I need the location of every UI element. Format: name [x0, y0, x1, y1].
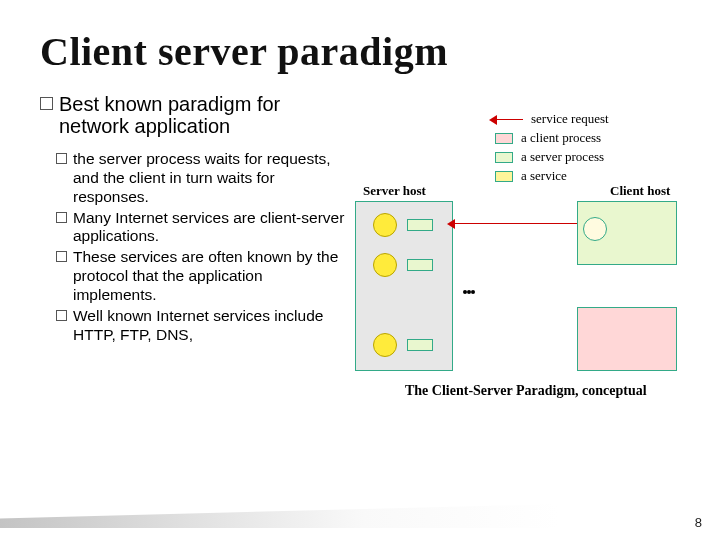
text-column: Best known paradigm for network applicat…	[40, 93, 345, 391]
square-bullet-icon	[56, 251, 67, 262]
client-server-diagram: service request a client process a serve…	[355, 111, 685, 391]
square-bullet-icon	[40, 97, 53, 110]
lead-bullet: Best known paradigm for network applicat…	[40, 93, 345, 138]
list-item: These services are often known by the pr…	[56, 248, 345, 305]
legend-label: a client process	[521, 130, 601, 146]
slide: Client server paradigm Best known paradi…	[0, 0, 720, 540]
list-item: Many Internet services are client-server…	[56, 209, 345, 247]
list-item: Well known Internet services include HTT…	[56, 307, 345, 345]
diagram-column: service request a client process a serve…	[355, 93, 685, 391]
legend-label: a service	[521, 168, 567, 184]
server-host-box	[355, 201, 453, 371]
bullet-list: the server process waits for requests, a…	[40, 150, 345, 345]
square-bullet-icon	[56, 310, 67, 321]
legend-row-request: service request	[495, 111, 609, 127]
client-process-icon	[583, 217, 607, 241]
page-title: Client server paradigm	[40, 28, 690, 75]
square-bullet-icon	[56, 212, 67, 223]
legend-swatch-icon	[495, 152, 513, 163]
list-item: the server process waits for requests, a…	[56, 150, 345, 207]
server-process-icon	[373, 253, 397, 277]
bullet-text: Many Internet services are client-server…	[73, 209, 345, 247]
server-process-icon	[373, 213, 397, 237]
legend-row-server: a server process	[495, 149, 609, 165]
client-host-label: Client host	[610, 183, 670, 199]
request-arrow-icon	[453, 223, 577, 224]
content-row: Best known paradigm for network applicat…	[40, 93, 690, 391]
legend-row-service: a service	[495, 168, 609, 184]
bullet-text: Well known Internet services include HTT…	[73, 307, 345, 345]
legend-label: service request	[531, 111, 609, 127]
legend: service request a client process a serve…	[495, 111, 609, 187]
service-icon	[407, 259, 433, 271]
server-process-icon	[373, 333, 397, 357]
service-icon	[407, 219, 433, 231]
server-host-label: Server host	[363, 183, 426, 199]
legend-label: a server process	[521, 149, 604, 165]
legend-row-client: a client process	[495, 130, 609, 146]
square-bullet-icon	[56, 153, 67, 164]
page-number: 8	[695, 515, 702, 530]
ellipsis-icon	[463, 287, 475, 297]
decorative-wedge	[0, 504, 560, 528]
bullet-text: These services are often known by the pr…	[73, 248, 345, 305]
client-host-box	[577, 307, 677, 371]
lead-text: Best known paradigm for network applicat…	[59, 93, 345, 138]
diagram-caption: The Client-Server Paradigm, conceptual	[405, 383, 647, 399]
service-icon	[407, 339, 433, 351]
legend-swatch-icon	[495, 171, 513, 182]
arrow-left-icon	[495, 119, 523, 120]
legend-swatch-icon	[495, 133, 513, 144]
bullet-text: the server process waits for requests, a…	[73, 150, 345, 207]
